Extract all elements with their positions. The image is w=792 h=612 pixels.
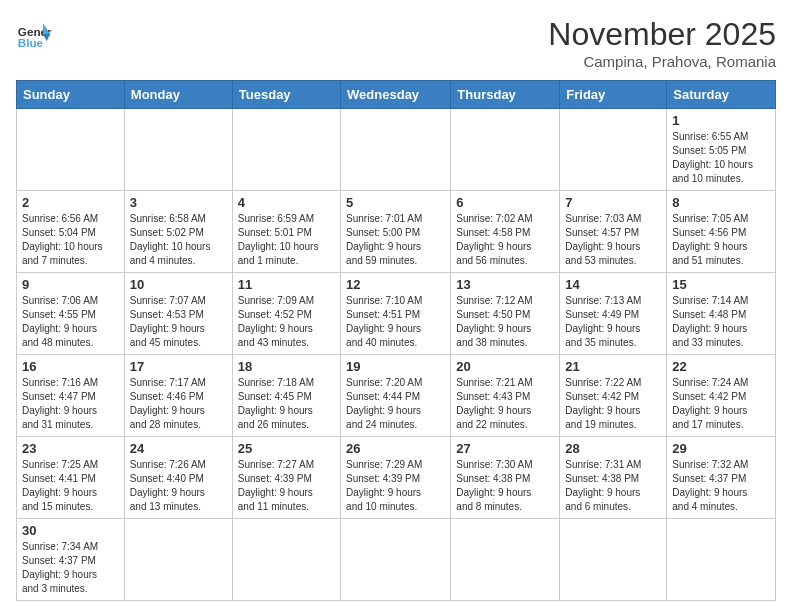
calendar-cell: 11Sunrise: 7:09 AM Sunset: 4:52 PM Dayli…	[232, 273, 340, 355]
logo-icon: General Blue	[16, 16, 52, 52]
calendar-cell	[17, 109, 125, 191]
day-number: 25	[238, 441, 335, 456]
calendar-cell	[124, 109, 232, 191]
day-number: 10	[130, 277, 227, 292]
day-number: 12	[346, 277, 445, 292]
calendar-cell: 1Sunrise: 6:55 AM Sunset: 5:05 PM Daylig…	[667, 109, 776, 191]
day-number: 5	[346, 195, 445, 210]
day-number: 19	[346, 359, 445, 374]
weekday-header-wednesday: Wednesday	[341, 81, 451, 109]
week-row-2: 2Sunrise: 6:56 AM Sunset: 5:04 PM Daylig…	[17, 191, 776, 273]
weekday-header-row: SundayMondayTuesdayWednesdayThursdayFrid…	[17, 81, 776, 109]
title-block: November 2025 Campina, Prahova, Romania	[548, 16, 776, 70]
day-number: 16	[22, 359, 119, 374]
calendar-cell	[232, 519, 340, 601]
weekday-header-sunday: Sunday	[17, 81, 125, 109]
day-info: Sunrise: 7:29 AM Sunset: 4:39 PM Dayligh…	[346, 458, 445, 514]
day-info: Sunrise: 7:22 AM Sunset: 4:42 PM Dayligh…	[565, 376, 661, 432]
day-info: Sunrise: 7:34 AM Sunset: 4:37 PM Dayligh…	[22, 540, 119, 596]
calendar-cell	[341, 109, 451, 191]
day-info: Sunrise: 7:14 AM Sunset: 4:48 PM Dayligh…	[672, 294, 770, 350]
calendar-cell: 20Sunrise: 7:21 AM Sunset: 4:43 PM Dayli…	[451, 355, 560, 437]
day-number: 8	[672, 195, 770, 210]
day-info: Sunrise: 7:24 AM Sunset: 4:42 PM Dayligh…	[672, 376, 770, 432]
calendar-cell: 3Sunrise: 6:58 AM Sunset: 5:02 PM Daylig…	[124, 191, 232, 273]
day-info: Sunrise: 7:07 AM Sunset: 4:53 PM Dayligh…	[130, 294, 227, 350]
day-info: Sunrise: 7:01 AM Sunset: 5:00 PM Dayligh…	[346, 212, 445, 268]
weekday-header-saturday: Saturday	[667, 81, 776, 109]
calendar-cell: 26Sunrise: 7:29 AM Sunset: 4:39 PM Dayli…	[341, 437, 451, 519]
week-row-4: 16Sunrise: 7:16 AM Sunset: 4:47 PM Dayli…	[17, 355, 776, 437]
calendar-cell: 15Sunrise: 7:14 AM Sunset: 4:48 PM Dayli…	[667, 273, 776, 355]
day-info: Sunrise: 7:05 AM Sunset: 4:56 PM Dayligh…	[672, 212, 770, 268]
day-number: 20	[456, 359, 554, 374]
day-info: Sunrise: 7:03 AM Sunset: 4:57 PM Dayligh…	[565, 212, 661, 268]
calendar-cell	[451, 109, 560, 191]
day-number: 14	[565, 277, 661, 292]
calendar-cell: 9Sunrise: 7:06 AM Sunset: 4:55 PM Daylig…	[17, 273, 125, 355]
day-info: Sunrise: 6:59 AM Sunset: 5:01 PM Dayligh…	[238, 212, 335, 268]
weekday-header-monday: Monday	[124, 81, 232, 109]
day-number: 30	[22, 523, 119, 538]
day-info: Sunrise: 7:16 AM Sunset: 4:47 PM Dayligh…	[22, 376, 119, 432]
month-title: November 2025	[548, 16, 776, 53]
day-number: 3	[130, 195, 227, 210]
calendar-cell: 27Sunrise: 7:30 AM Sunset: 4:38 PM Dayli…	[451, 437, 560, 519]
day-number: 22	[672, 359, 770, 374]
calendar-cell: 5Sunrise: 7:01 AM Sunset: 5:00 PM Daylig…	[341, 191, 451, 273]
weekday-header-thursday: Thursday	[451, 81, 560, 109]
day-number: 7	[565, 195, 661, 210]
day-number: 9	[22, 277, 119, 292]
week-row-5: 23Sunrise: 7:25 AM Sunset: 4:41 PM Dayli…	[17, 437, 776, 519]
calendar-cell: 18Sunrise: 7:18 AM Sunset: 4:45 PM Dayli…	[232, 355, 340, 437]
calendar-cell	[451, 519, 560, 601]
day-info: Sunrise: 7:27 AM Sunset: 4:39 PM Dayligh…	[238, 458, 335, 514]
day-info: Sunrise: 7:32 AM Sunset: 4:37 PM Dayligh…	[672, 458, 770, 514]
calendar-cell: 16Sunrise: 7:16 AM Sunset: 4:47 PM Dayli…	[17, 355, 125, 437]
day-info: Sunrise: 7:10 AM Sunset: 4:51 PM Dayligh…	[346, 294, 445, 350]
calendar-cell: 30Sunrise: 7:34 AM Sunset: 4:37 PM Dayli…	[17, 519, 125, 601]
calendar-cell: 17Sunrise: 7:17 AM Sunset: 4:46 PM Dayli…	[124, 355, 232, 437]
svg-text:Blue: Blue	[18, 36, 44, 49]
day-number: 21	[565, 359, 661, 374]
calendar-cell	[232, 109, 340, 191]
calendar-cell: 2Sunrise: 6:56 AM Sunset: 5:04 PM Daylig…	[17, 191, 125, 273]
day-info: Sunrise: 7:09 AM Sunset: 4:52 PM Dayligh…	[238, 294, 335, 350]
calendar-cell: 25Sunrise: 7:27 AM Sunset: 4:39 PM Dayli…	[232, 437, 340, 519]
day-info: Sunrise: 6:55 AM Sunset: 5:05 PM Dayligh…	[672, 130, 770, 186]
day-number: 23	[22, 441, 119, 456]
day-info: Sunrise: 6:58 AM Sunset: 5:02 PM Dayligh…	[130, 212, 227, 268]
day-number: 27	[456, 441, 554, 456]
day-number: 15	[672, 277, 770, 292]
calendar-cell: 6Sunrise: 7:02 AM Sunset: 4:58 PM Daylig…	[451, 191, 560, 273]
week-row-3: 9Sunrise: 7:06 AM Sunset: 4:55 PM Daylig…	[17, 273, 776, 355]
day-number: 24	[130, 441, 227, 456]
weekday-header-friday: Friday	[560, 81, 667, 109]
calendar-cell: 22Sunrise: 7:24 AM Sunset: 4:42 PM Dayli…	[667, 355, 776, 437]
day-number: 13	[456, 277, 554, 292]
calendar-cell: 4Sunrise: 6:59 AM Sunset: 5:01 PM Daylig…	[232, 191, 340, 273]
calendar-cell: 12Sunrise: 7:10 AM Sunset: 4:51 PM Dayli…	[341, 273, 451, 355]
day-number: 28	[565, 441, 661, 456]
day-info: Sunrise: 7:21 AM Sunset: 4:43 PM Dayligh…	[456, 376, 554, 432]
calendar-table: SundayMondayTuesdayWednesdayThursdayFrid…	[16, 80, 776, 601]
day-number: 17	[130, 359, 227, 374]
day-number: 18	[238, 359, 335, 374]
day-number: 4	[238, 195, 335, 210]
calendar-cell: 13Sunrise: 7:12 AM Sunset: 4:50 PM Dayli…	[451, 273, 560, 355]
day-info: Sunrise: 6:56 AM Sunset: 5:04 PM Dayligh…	[22, 212, 119, 268]
day-info: Sunrise: 7:02 AM Sunset: 4:58 PM Dayligh…	[456, 212, 554, 268]
calendar-cell: 19Sunrise: 7:20 AM Sunset: 4:44 PM Dayli…	[341, 355, 451, 437]
calendar-cell: 7Sunrise: 7:03 AM Sunset: 4:57 PM Daylig…	[560, 191, 667, 273]
day-number: 26	[346, 441, 445, 456]
day-info: Sunrise: 7:17 AM Sunset: 4:46 PM Dayligh…	[130, 376, 227, 432]
calendar-cell: 29Sunrise: 7:32 AM Sunset: 4:37 PM Dayli…	[667, 437, 776, 519]
day-number: 29	[672, 441, 770, 456]
day-info: Sunrise: 7:12 AM Sunset: 4:50 PM Dayligh…	[456, 294, 554, 350]
calendar-cell: 28Sunrise: 7:31 AM Sunset: 4:38 PM Dayli…	[560, 437, 667, 519]
day-number: 11	[238, 277, 335, 292]
calendar-cell: 23Sunrise: 7:25 AM Sunset: 4:41 PM Dayli…	[17, 437, 125, 519]
calendar-cell	[560, 109, 667, 191]
calendar-cell	[667, 519, 776, 601]
weekday-header-tuesday: Tuesday	[232, 81, 340, 109]
